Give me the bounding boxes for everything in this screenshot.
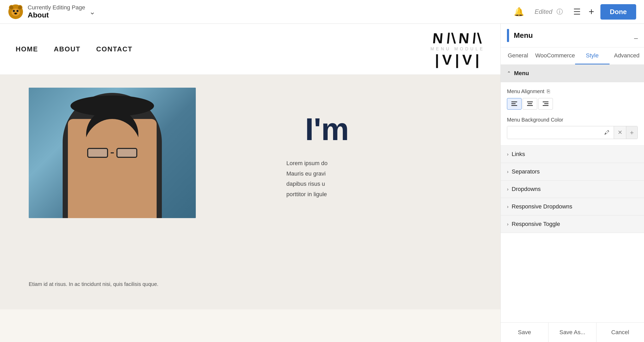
save-button[interactable]: Save — [501, 323, 548, 342]
svg-point-6 — [13, 10, 15, 12]
nav-home[interactable]: HOME — [16, 45, 38, 53]
logo-top-row: N /\ N /\ — [433, 31, 482, 46]
menu-section-title: Menu — [514, 70, 529, 77]
tab-advanced[interactable]: Advanced — [610, 47, 644, 64]
help-icon[interactable]: ⓘ — [557, 8, 563, 16]
align-center-button[interactable] — [523, 98, 537, 110]
svg-rect-18 — [543, 105, 548, 106]
list-icon[interactable]: ☰ — [573, 7, 581, 17]
tab-woocommerce[interactable]: WooCommerce — [535, 47, 575, 64]
dropdowns-section[interactable]: › Dropdowns — [501, 181, 644, 198]
monitor-icon: ⎘ — [547, 88, 550, 94]
separators-section[interactable]: › Separators — [501, 163, 644, 181]
glasses — [86, 148, 138, 158]
logo-subtitle: MENU MODULE — [430, 47, 485, 51]
panel-title: Menu — [514, 31, 634, 40]
hero-body-text: Lorem ipsum do Mauris eu gravi dapibus r… — [286, 158, 469, 199]
links-section[interactable]: › Links — [501, 146, 644, 163]
page-preview: HOME ABOUT CONTACT N /\ N /\ MENU MODULE… — [0, 24, 500, 342]
site-logo: N /\ N /\ MENU MODULE |V|V| — [430, 31, 485, 67]
menu-section-content: Menu Alignment ⎘ Menu Background Color — [501, 82, 644, 146]
clear-color-icon[interactable]: ✕ — [614, 126, 626, 139]
svg-point-3 — [10, 6, 13, 9]
editing-info: Currently Editing Page About — [28, 4, 85, 19]
panel-footer: Save Save As... Cancel — [501, 322, 644, 342]
chevron-down-icon[interactable]: ⌄ — [89, 8, 95, 16]
save-as-button[interactable]: Save As... — [548, 323, 596, 342]
align-right-button[interactable] — [538, 98, 553, 110]
minimize-icon[interactable]: ⎯ — [634, 32, 638, 39]
editing-label: Currently Editing Page — [28, 4, 85, 11]
color-field-label: Menu Background Color — [507, 117, 638, 123]
color-input-row: 🖍 ✕ + — [507, 126, 638, 139]
menu-chevron-down: ⌃ — [507, 70, 511, 76]
panel-tabs: General WooCommerce Style Advanced — [501, 47, 644, 65]
topbar: Currently Editing Page About ⌄ 🔔 Edited … — [0, 0, 644, 24]
done-button[interactable]: Done — [600, 4, 636, 20]
svg-rect-17 — [544, 103, 548, 104]
bell-icon[interactable]: 🔔 — [514, 7, 524, 17]
separators-chevron: › — [507, 169, 509, 175]
links-title: Links — [512, 151, 525, 158]
responsive-toggle-section[interactable]: › Responsive Toggle — [501, 215, 644, 233]
edited-status: Edited — [535, 8, 552, 15]
hero-footer-text: Etiam id at risus. In ac tincidunt nisi,… — [29, 280, 349, 289]
preview-hero: I'm Lorem ipsum do Mauris eu gravi dapib… — [0, 75, 500, 309]
add-icon[interactable]: + — [589, 6, 594, 17]
hero-heading: I'm — [305, 111, 349, 147]
nav-contact[interactable]: CONTACT — [96, 45, 132, 53]
svg-rect-12 — [511, 105, 517, 106]
svg-rect-14 — [528, 103, 532, 104]
svg-rect-16 — [543, 101, 548, 102]
panel-header: Menu ⎯ — [501, 24, 644, 47]
links-chevron: › — [507, 152, 509, 157]
color-input[interactable] — [507, 126, 600, 139]
page-name: About — [28, 11, 85, 19]
svg-point-9 — [14, 13, 17, 14]
alignment-buttons — [507, 98, 638, 110]
logo-bear — [8, 4, 23, 20]
tab-style[interactable]: Style — [575, 47, 610, 64]
dropdowns-chevron: › — [507, 187, 509, 192]
svg-point-7 — [16, 10, 19, 12]
logo-bottom-row: |V|V| — [435, 52, 480, 67]
responsive-toggle-chevron: › — [507, 221, 509, 227]
svg-rect-15 — [527, 105, 533, 106]
preview-navigation: HOME ABOUT CONTACT N /\ N /\ MENU MODULE… — [0, 24, 500, 75]
hero-image — [29, 88, 196, 218]
hat-shape — [70, 95, 154, 116]
panel-content: ⌃ Menu Menu Alignment ⎘ — [501, 65, 644, 322]
responsive-dropdowns-section[interactable]: › Responsive Dropdowns — [501, 198, 644, 215]
add-color-icon[interactable]: + — [626, 126, 637, 139]
svg-rect-11 — [511, 103, 516, 104]
svg-rect-10 — [511, 101, 517, 102]
responsive-toggle-title: Responsive Toggle — [512, 221, 560, 227]
panel-accent-bar — [507, 29, 509, 42]
align-left-button[interactable] — [507, 98, 522, 110]
dropdowns-title: Dropdowns — [512, 186, 541, 193]
responsive-dropdowns-chevron: › — [507, 204, 509, 209]
svg-rect-13 — [527, 101, 533, 102]
responsive-dropdowns-title: Responsive Dropdowns — [512, 203, 572, 210]
nav-about[interactable]: ABOUT — [54, 45, 80, 53]
right-panel: Menu ⎯ General WooCommerce Style Advance… — [500, 24, 644, 342]
eyedropper-icon[interactable]: 🖍 — [600, 130, 614, 136]
alignment-label: Menu Alignment ⎘ — [507, 88, 638, 94]
cancel-button[interactable]: Cancel — [596, 323, 644, 342]
tab-general[interactable]: General — [501, 47, 535, 64]
menu-section-header[interactable]: ⌃ Menu — [501, 65, 644, 82]
main-area: HOME ABOUT CONTACT N /\ N /\ MENU MODULE… — [0, 24, 644, 342]
svg-point-4 — [18, 6, 22, 9]
separators-title: Separators — [512, 168, 540, 175]
